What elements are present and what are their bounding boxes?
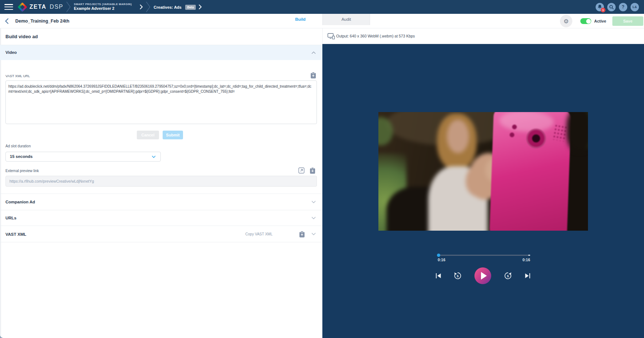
- rewind-5-button[interactable]: 5: [454, 272, 462, 280]
- avatar-initials: L&: [633, 5, 637, 9]
- breadcrumb-advertiser-name: Example Advertiser 2: [74, 6, 132, 11]
- current-time: 0:16: [438, 258, 445, 262]
- seek-bar[interactable]: [438, 255, 530, 256]
- external-preview-link-input[interactable]: https://a.rfihub.com/previewCreative/wLd…: [5, 176, 317, 187]
- settings-button[interactable]: ⚙: [560, 15, 572, 27]
- urls-accordion[interactable]: URLs: [0, 210, 322, 226]
- menu-icon[interactable]: [4, 4, 13, 10]
- skip-next-icon: [525, 273, 531, 279]
- chevron-down-icon: [311, 217, 316, 219]
- submit-button[interactable]: Submit: [163, 131, 183, 139]
- zeta-diamond-icon: [17, 2, 27, 12]
- skip-to-end-button[interactable]: [525, 273, 531, 279]
- paste-icon[interactable]: [299, 231, 305, 238]
- skip-to-start-button[interactable]: [436, 273, 442, 279]
- chevron-down-icon: [152, 155, 156, 158]
- copy-vast-xml-link[interactable]: Copy VAST XML: [245, 226, 273, 243]
- playhead-handle[interactable]: [437, 254, 440, 257]
- output-info-bar: Output: 640 x 360 WebM (.webm) at 573 Kb…: [322, 28, 644, 44]
- ad-slot-duration-label: Ad slot duration: [5, 144, 31, 148]
- cancel-button[interactable]: Cancel: [137, 131, 159, 139]
- vast-xml-url-label: VAST XML URL: [5, 74, 30, 78]
- companion-ad-label: Companion Ad: [5, 200, 35, 204]
- help-button[interactable]: ?: [619, 3, 627, 11]
- tab-build[interactable]: Build: [278, 14, 322, 25]
- ad-slot-duration-value: 15 seconds: [10, 152, 160, 161]
- companion-ad-accordion[interactable]: Companion Ad: [0, 194, 322, 210]
- avatar[interactable]: L&: [631, 3, 639, 11]
- chevron-up-icon: [311, 51, 316, 54]
- forward-5-icon: 5: [504, 272, 512, 280]
- video-player: 0:16 0:16 5 5: [322, 44, 644, 338]
- logo-text: ZETA: [29, 4, 47, 10]
- vast-xml-accordion[interactable]: VAST XML Copy VAST XML: [0, 226, 322, 242]
- phone-speaker-grille: [552, 124, 568, 142]
- chevron-down-icon: [311, 233, 316, 235]
- save-button[interactable]: Save: [612, 16, 643, 26]
- headrest-shadow: [567, 112, 588, 151]
- active-toggle-label: Active: [594, 14, 606, 28]
- breadcrumb-separator-icon: [146, 1, 151, 12]
- search-icon: [609, 5, 614, 9]
- ad-slot-duration-select[interactable]: 15 seconds: [5, 152, 161, 162]
- panel-title-row: Build video ad: [0, 28, 322, 45]
- video-preview-frame[interactable]: [378, 112, 588, 231]
- navbar-actions: 1 ? L&: [596, 3, 639, 11]
- play-icon: [474, 267, 491, 284]
- chevron-right-icon[interactable]: [140, 4, 143, 9]
- breadcrumb-advertiser[interactable]: SMART PROJECTS (VARIABLE MARGIN) Example…: [74, 3, 132, 11]
- search-button[interactable]: [607, 3, 616, 11]
- tab-audit[interactable]: Audit: [322, 14, 370, 25]
- panel-title: Build video ad: [5, 28, 322, 45]
- vast-xml-url-input[interactable]: https://ad.doubleclick.net/ddm/pfadx/N86…: [5, 80, 317, 124]
- breadcrumb-separator-icon: [66, 1, 71, 12]
- breadcrumb-section-label: Creatives: Ads: [154, 5, 182, 9]
- paste-icon[interactable]: [310, 167, 315, 174]
- preview-panel: Output: 640 x 360 WebM (.webm) at 573 Kb…: [322, 28, 644, 338]
- duration-time: 0:16: [520, 258, 530, 262]
- external-preview-link-label: External preview link: [5, 169, 39, 173]
- vast-xml-label: VAST XML: [5, 232, 26, 236]
- beta-badge: Beta: [185, 5, 195, 10]
- devices-icon: [327, 33, 335, 39]
- active-toggle[interactable]: [580, 18, 591, 24]
- pink-phone-image: [489, 112, 571, 231]
- urls-label: URLs: [5, 216, 16, 220]
- chevron-down-icon: [311, 201, 316, 203]
- replay-5-icon: 5: [454, 272, 462, 280]
- build-panel: Build video ad Video VAST XML URL https:…: [0, 28, 322, 338]
- breadcrumb-project-label: SMART PROJECTS (VARIABLE MARGIN): [74, 3, 132, 6]
- video-section-label: Video: [5, 50, 17, 55]
- output-info-text: Output: 640 x 360 WebM (.webm) at 573 Kb…: [336, 28, 415, 44]
- phone-camera-lens: [526, 128, 546, 149]
- paste-icon[interactable]: [310, 72, 316, 79]
- notifications-button[interactable]: 1: [596, 3, 604, 11]
- breadcrumb-section[interactable]: Creatives: Ads Beta: [154, 4, 196, 10]
- page-header: Demo_Training_Feb 24th Build Audit ⚙ Act…: [0, 14, 644, 28]
- notification-count-badge: 1: [601, 8, 605, 12]
- logo-suffix: DSP: [50, 4, 63, 10]
- svg-text:5: 5: [507, 274, 509, 278]
- chevron-right-icon[interactable]: [199, 4, 202, 9]
- external-link-icon[interactable]: [298, 167, 305, 174]
- skip-previous-icon: [436, 273, 442, 279]
- forward-5-button[interactable]: 5: [504, 272, 512, 280]
- back-button[interactable]: [5, 18, 9, 24]
- top-navbar: ZETA DSP SMART PROJECTS (VARIABLE MARGIN…: [0, 0, 644, 14]
- gear-icon: ⚙: [564, 18, 569, 25]
- video-accordion-header[interactable]: Video: [0, 45, 322, 60]
- help-icon: ?: [622, 4, 624, 9]
- build-audit-tabs: Build Audit: [278, 14, 370, 25]
- scrollbar[interactable]: [0, 28, 1, 338]
- svg-text:5: 5: [457, 274, 458, 278]
- zeta-dsp-logo[interactable]: ZETA DSP: [19, 4, 63, 11]
- page-title: Demo_Training_Feb 24th: [15, 14, 69, 28]
- play-button[interactable]: [474, 267, 491, 284]
- app-window: ZETA DSP SMART PROJECTS (VARIABLE MARGIN…: [0, 0, 644, 338]
